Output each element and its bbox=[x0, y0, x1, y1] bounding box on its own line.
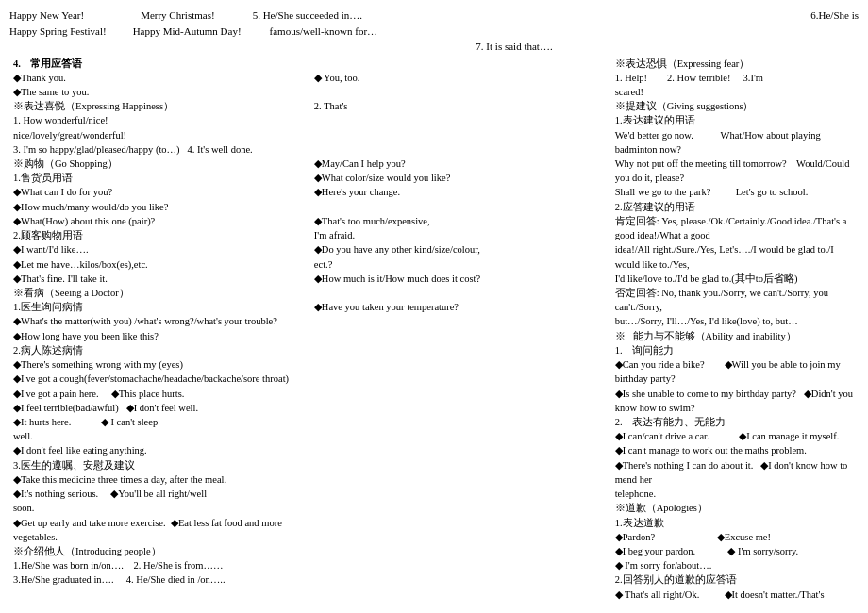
header-spring: Happy Spring Festival! bbox=[9, 24, 107, 40]
mid-blank11 bbox=[314, 357, 608, 372]
right-agree3: I'd like/love to./I'd be glad to.(其中to后省… bbox=[615, 272, 855, 286]
right-apo2: 2.回答别人的道歉的应答语 bbox=[615, 572, 855, 587]
graduated: 3.He/She graduated in…. 4. He/She died i… bbox=[13, 572, 307, 587]
right-abi2: 2. 表达有能力、无能力 bbox=[615, 415, 855, 429]
right-ridebike: ◆Can you ride a bike? ◆Will you be able … bbox=[615, 357, 855, 372]
you: ◆How much/many would/do you like? bbox=[13, 200, 307, 214]
howlong: ◆How long have you been like this? bbox=[13, 329, 307, 343]
mid-blank2 bbox=[314, 85, 608, 99]
mid-blank6 bbox=[314, 200, 608, 214]
column-left: 4. 常用应答语 ◆Thank you. ◆The same to you. ※… bbox=[9, 57, 310, 606]
patient2: 2.病人陈述病情 bbox=[13, 343, 307, 357]
bornin: 1.He/She was born in/on…. 2. He/She is f… bbox=[13, 558, 307, 572]
spacer1 bbox=[9, 39, 315, 55]
hurts: ◆It hurts here. ◆ I can't sleep bbox=[13, 415, 307, 429]
mid-toomuch: ◆That's too much/expensive, bbox=[314, 214, 608, 228]
mid-blank7 bbox=[314, 286, 608, 300]
well: well. bbox=[13, 429, 307, 443]
shop1: 1.售货员用语 bbox=[13, 171, 307, 185]
letmehave: ◆Let me have…kilos/box(es),etc. bbox=[13, 257, 307, 272]
right-bettergo: We'd better go now. What/How about playi… bbox=[615, 128, 855, 142]
column-middle: ◆ You, too. 2. That's ◆May/Can I help yo… bbox=[310, 57, 611, 606]
lovely: nice/lovely/great/wonderful! bbox=[13, 128, 307, 142]
right-unable: ◆Is she unable to come to my birthday pa… bbox=[615, 387, 855, 415]
thankyou: ◆Thank you. bbox=[13, 71, 307, 85]
header-col3-1: 5. He/She succeeded in…. bbox=[215, 8, 811, 24]
mid-blank14 bbox=[314, 401, 608, 415]
mid-blank15 bbox=[314, 415, 608, 429]
mid-fever: ◆Have you taken your temperature? bbox=[314, 300, 608, 314]
shop2: 2.顾客购物用语 bbox=[13, 228, 307, 242]
mid-blank13 bbox=[314, 387, 608, 401]
mid-colorsize: ◆What color/size would you like? bbox=[314, 171, 608, 185]
mid-blank12 bbox=[314, 372, 608, 386]
header-christmas: Merry Christmas! bbox=[141, 8, 215, 24]
header-col3-2: famous/well-known for… bbox=[242, 24, 859, 40]
aboutone: ◆What(How) about this one (pair)? bbox=[13, 214, 307, 228]
express-happiness-note: ※表达喜悦（Expressing Happiness） bbox=[13, 99, 307, 113]
right-agree2: idea!/All right./Sure./Yes, Let's…./I wo… bbox=[615, 242, 855, 271]
mid-2thats: 2. That's bbox=[314, 99, 608, 113]
section4-title: 4. 常用应答语 bbox=[13, 57, 307, 71]
soon: soon. bbox=[13, 501, 307, 515]
doctor3: 3.医生的遵嘱、安慰及建议 bbox=[13, 458, 307, 472]
cando: ◆What can I do for you? bbox=[13, 185, 307, 199]
nothingserious: ◆It's nothing serious. ◆You'll be all ri… bbox=[13, 487, 307, 501]
thatsfinei: ◆That's fine. I'll take it. bbox=[13, 272, 307, 286]
column-right: ※表达恐惧（Expressing fear） 1. Help! 2. How t… bbox=[611, 57, 859, 606]
mid-blank20 bbox=[314, 487, 608, 501]
sohappy: 3. I'm so happy/glad/pleased/happy (to…)… bbox=[13, 142, 307, 157]
header-col4-1: 6.He/She is bbox=[810, 8, 859, 24]
right-meeting: Why not put off the meeting till tomorro… bbox=[615, 157, 855, 185]
right-deny2: but…/Sorry, I'll…/Yes, I'd like(love) to… bbox=[615, 314, 855, 328]
spacer2 bbox=[553, 39, 859, 55]
wrongeyes: ◆There's something wrong with my (eyes) bbox=[13, 357, 307, 372]
right-nothing: ◆There's nothing I can do about it. ◆I d… bbox=[615, 458, 855, 487]
cough: ◆I've got a cough(fever/stomachache/head… bbox=[13, 372, 307, 386]
vegetables: vegetables. bbox=[13, 530, 307, 544]
mid-blank9 bbox=[314, 329, 608, 343]
right-sorry: ◆ I'm sorry for/about…. bbox=[615, 558, 855, 572]
right-sug1: 1.表达建议的用语 bbox=[615, 113, 855, 127]
header-newyear: Happy New Year! bbox=[9, 8, 84, 24]
right-allright: ◆ That's all right/Ok. ◆It doesn't matte… bbox=[615, 588, 855, 602]
right-cannotdrive: ◆I can/can't drive a car. ◆I can manage … bbox=[615, 429, 855, 443]
mid-blank8 bbox=[314, 314, 608, 328]
mid-howmuch: ◆How much is it/How much does it cost? bbox=[314, 272, 608, 286]
right-deny: 否定回答: No, thank you./Sorry, we can't./So… bbox=[615, 286, 855, 314]
getearly: ◆Get up early and take more exercise. ◆E… bbox=[13, 516, 307, 530]
right-telephone: telephone. bbox=[615, 487, 855, 501]
iwant: ◆I want/I'd like…. bbox=[13, 242, 307, 257]
pain: ◆I've got a pain here. ◆This place hurts… bbox=[13, 387, 307, 401]
header-midautumn: Happy Mid-Autumn Day! bbox=[133, 24, 242, 40]
right-help1: 1. Help! 2. How terrible! 3.I'm bbox=[615, 71, 855, 85]
right-apo1: 1.表达道歉 bbox=[615, 516, 855, 530]
mid-blank18 bbox=[314, 458, 608, 472]
right-fearnote: ※表达恐惧（Expressing fear） bbox=[615, 57, 855, 71]
right-sug2: 2.应答建议的用语 bbox=[615, 200, 855, 214]
mid-heresy: ◆Here's your change. bbox=[314, 185, 608, 199]
right-scared: scared! bbox=[615, 85, 855, 99]
right-nothing2: nothing./Never mind. bbox=[615, 602, 855, 605]
goshopping: ※购物（Go Shopping） bbox=[13, 157, 307, 171]
mid-blank3 bbox=[314, 113, 608, 127]
mid-ect: ect.? bbox=[314, 257, 608, 272]
right-park: Shall we go to the park? Let's go to sch… bbox=[615, 185, 855, 199]
right-agree: 肯定回答: Yes, please./Ok./Certainly./Good i… bbox=[615, 214, 855, 242]
mid-blank4 bbox=[314, 128, 608, 142]
mid-maycan: ◆May/Can I help you? bbox=[314, 157, 608, 171]
sameto: ◆The same to you. bbox=[13, 85, 307, 99]
right-badminton: badminton now? bbox=[615, 142, 855, 157]
mid-youtoo: ◆ You, too. bbox=[314, 71, 608, 85]
right-birthday: birthday party? bbox=[615, 372, 855, 386]
terrible: ◆I feel terrible(bad/awful) ◆I don't fee… bbox=[13, 401, 307, 415]
mid-othercolor: ◆Do you have any other kind/size/colour, bbox=[314, 242, 608, 257]
doctor1: 1.医生询问病情 bbox=[13, 300, 307, 314]
mid-blank16 bbox=[314, 429, 608, 443]
content-area: 4. 常用应答语 ◆Thank you. ◆The same to you. ※… bbox=[9, 57, 859, 606]
wonderful: 1. How wonderful/nice! bbox=[13, 113, 307, 127]
intro-note: ※介绍他人（Introducing people） bbox=[13, 544, 307, 558]
header-col3-3: 7. It is said that…. bbox=[476, 39, 552, 55]
mid-afraid: I'm afraid. bbox=[314, 228, 608, 242]
right-apologynote: ※道歉（Apologies） bbox=[615, 501, 855, 515]
